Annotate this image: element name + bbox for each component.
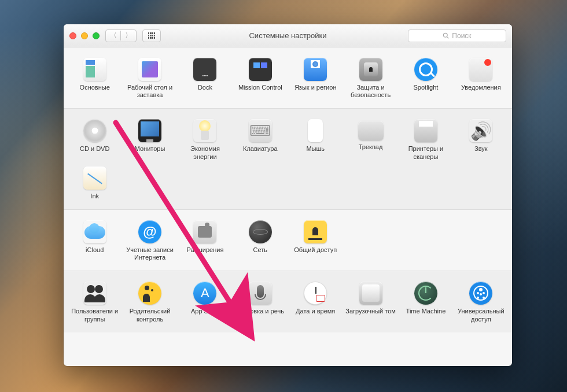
pref-dock[interactable]: Dock <box>178 53 233 100</box>
pref-label: CD и DVD <box>80 145 109 153</box>
desktop-icon <box>138 58 161 81</box>
pref-label: Ink <box>90 193 99 200</box>
pref-mouse[interactable]: Мышь <box>288 114 343 161</box>
accessibility-icon <box>469 282 492 305</box>
ink-icon <box>83 167 106 190</box>
pref-label: Мышь <box>306 145 325 153</box>
trackpad-icon <box>358 121 384 140</box>
pref-startup-disk[interactable]: Загрузочный том <box>343 277 398 324</box>
forward-icon[interactable]: 〉 <box>121 31 136 40</box>
pref-desktop[interactable]: Рабочий стол и заставка <box>122 53 177 100</box>
pref-label: iCloud <box>86 246 104 254</box>
pref-label: Учетные записи Интернета <box>123 246 176 261</box>
pref-label: Mission Control <box>238 84 282 91</box>
pref-label: Расширения <box>186 246 223 254</box>
language-icon <box>304 58 327 81</box>
pref-general[interactable]: Основные <box>67 53 122 100</box>
pref-label: Основные <box>80 84 110 91</box>
keyboard-icon <box>249 119 272 142</box>
general-icon <box>83 58 106 81</box>
pref-keyboard[interactable]: Клавиатура <box>233 114 288 161</box>
mouse-icon <box>308 119 323 142</box>
pref-security[interactable]: Защита и безопасность <box>343 53 398 100</box>
pref-label: Общий доступ <box>294 246 337 254</box>
pref-label: Time Machine <box>406 308 446 315</box>
pref-trackpad[interactable]: Трекпад <box>343 114 398 161</box>
pref-label: Защита и безопасность <box>344 84 397 99</box>
zoom-button[interactable] <box>93 32 100 39</box>
sound-icon <box>469 119 492 142</box>
search-placeholder: Поиск <box>452 32 471 40</box>
preferences-body: Основные Рабочий стол и заставка Dock Mi… <box>64 47 512 366</box>
pref-network[interactable]: Сеть <box>233 216 288 262</box>
security-icon <box>359 58 382 81</box>
pref-label: Spotlight <box>414 84 439 91</box>
minimize-button[interactable] <box>81 32 88 39</box>
pref-time-machine[interactable]: Time Machine <box>398 277 453 324</box>
network-icon <box>249 220 272 243</box>
search-icon <box>443 32 449 39</box>
pref-label: Трекпад <box>359 143 383 151</box>
pref-sound[interactable]: Звук <box>454 114 509 161</box>
pref-ink[interactable]: Ink <box>67 162 122 201</box>
datetime-icon <box>304 282 327 305</box>
section-internet: iCloud Учетные записи Интернета Расширен… <box>64 210 512 271</box>
dock-icon <box>193 58 216 81</box>
window-controls <box>69 32 100 39</box>
search-field[interactable]: Поиск <box>408 29 506 42</box>
pref-extensions[interactable]: Расширения <box>178 216 233 262</box>
pref-label: Рабочий стол и заставка <box>123 84 176 99</box>
section-system: Пользователи и группы Родительский контр… <box>64 271 512 332</box>
show-all-button[interactable] <box>142 29 161 42</box>
pref-accessibility[interactable]: Универсальный доступ <box>454 277 509 324</box>
pref-label: Сеть <box>253 246 267 254</box>
sharing-icon <box>304 220 327 243</box>
users-icon <box>83 282 106 305</box>
startup-disk-icon <box>359 282 382 305</box>
pref-dictation[interactable]: Диктовка и речь <box>233 277 288 324</box>
extensions-icon <box>193 220 216 243</box>
display-icon <box>138 119 161 142</box>
accounts-icon <box>138 220 161 243</box>
pref-icloud[interactable]: iCloud <box>67 216 122 262</box>
app-store-icon <box>193 282 216 305</box>
system-preferences-window: 〈 〉 Системные настройки Поиск Основные Р… <box>64 24 512 366</box>
pref-cd-dvd[interactable]: CD и DVD <box>67 114 122 161</box>
spotlight-icon <box>414 58 437 81</box>
pref-energy[interactable]: Экономия энергии <box>178 114 233 161</box>
time-machine-icon <box>414 282 437 305</box>
dictation-icon <box>249 282 272 305</box>
pref-printers[interactable]: Принтеры и сканеры <box>398 114 453 161</box>
pref-spotlight[interactable]: Spotlight <box>398 53 453 100</box>
pref-label: Универсальный доступ <box>455 308 507 323</box>
pref-label: Диктовка и речь <box>237 308 284 315</box>
pref-date-time[interactable]: Дата и время <box>288 277 343 324</box>
pref-label: Уведомления <box>461 84 501 91</box>
pref-mission-control[interactable]: Mission Control <box>233 53 288 100</box>
pref-displays[interactable]: Мониторы <box>122 114 177 161</box>
pref-notifications[interactable]: Уведомления <box>454 53 509 100</box>
pref-label: Дата и время <box>296 308 335 315</box>
svg-point-0 <box>444 33 448 37</box>
notifications-icon <box>469 58 492 81</box>
pref-sharing[interactable]: Общий доступ <box>288 216 343 262</box>
icloud-icon <box>83 220 106 243</box>
pref-app-store[interactable]: App Store <box>178 277 233 324</box>
pref-language[interactable]: Язык и регион <box>288 53 343 100</box>
parental-icon <box>138 282 161 305</box>
nav-back-forward[interactable]: 〈 〉 <box>105 29 137 42</box>
pref-users-groups[interactable]: Пользователи и группы <box>67 277 122 324</box>
section-personal: Основные Рабочий стол и заставка Dock Mi… <box>64 47 512 109</box>
svg-line-1 <box>447 37 449 39</box>
pref-internet-accounts[interactable]: Учетные записи Интернета <box>122 216 177 262</box>
pref-label: App Store <box>191 308 219 315</box>
cd-icon <box>83 119 106 142</box>
pref-label: Родительский контроль <box>123 308 176 323</box>
back-icon[interactable]: 〈 <box>106 31 121 40</box>
mission-control-icon <box>249 58 272 81</box>
pref-label: Экономия энергии <box>179 145 231 160</box>
close-button[interactable] <box>69 32 76 39</box>
pref-label: Мониторы <box>135 145 165 153</box>
grid-icon <box>148 32 155 39</box>
pref-parental[interactable]: Родительский контроль <box>122 277 177 324</box>
